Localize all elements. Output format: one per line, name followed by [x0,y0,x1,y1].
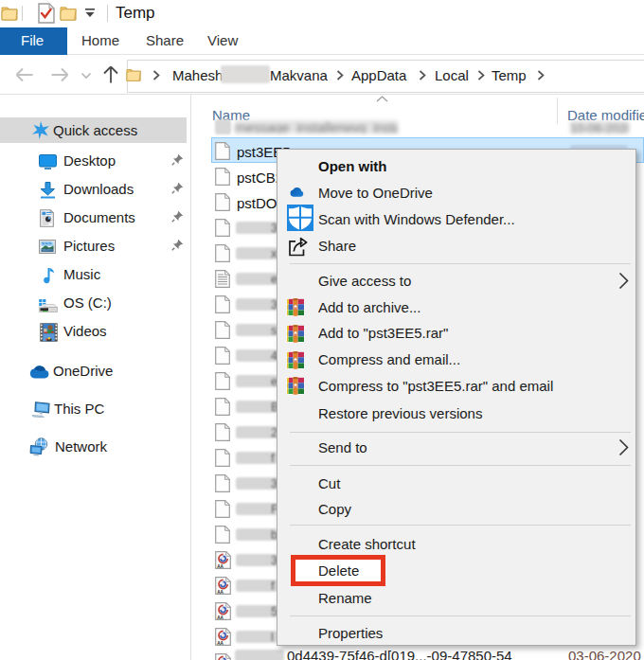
svg-text:AA: AA [217,615,224,620]
svg-text:AA: AA [217,641,224,646]
svg-text:AA: AA [217,564,224,569]
svg-text:AA: AA [217,590,224,595]
